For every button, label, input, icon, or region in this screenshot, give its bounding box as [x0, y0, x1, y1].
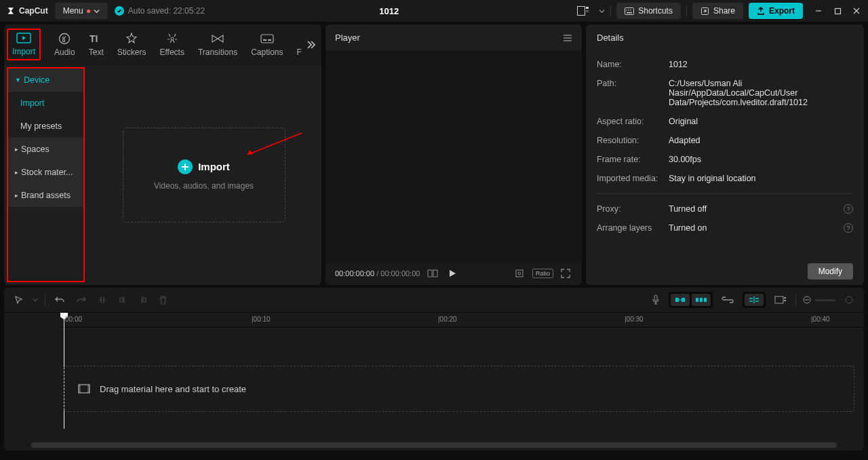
sidebar-item-spaces[interactable]: ▸Spaces: [8, 138, 83, 161]
svg-point-6: [628, 9, 629, 11]
detail-label: Resolution:: [597, 136, 669, 145]
sidebar-item-device[interactable]: ▼Device: [8, 69, 83, 92]
detail-label: Aspect ratio:: [597, 117, 669, 126]
timeline-zoom[interactable]: [803, 296, 835, 304]
chevron-down-icon[interactable]: [33, 297, 38, 303]
svg-rect-27: [704, 298, 707, 302]
effects-icon: [166, 32, 178, 45]
caret-right-icon: ▸: [15, 169, 18, 176]
tab-f[interactable]: F: [297, 31, 302, 58]
import-dropzone[interactable]: Import Videos, audios, and images: [123, 128, 285, 223]
svg-rect-35: [87, 385, 90, 393]
play-button[interactable]: [446, 267, 459, 280]
media-sidebar-highlight: ▼Device Import My presets ▸Spaces ▸Stock…: [7, 67, 85, 282]
info-icon[interactable]: ?: [844, 204, 853, 214]
split-tool[interactable]: [96, 293, 109, 307]
annotation-arrow: [237, 132, 305, 159]
keyboard-icon: [625, 7, 634, 15]
divider: [686, 5, 687, 17]
media-tabs: Import Audio TI Text Stickers Effects: [4, 24, 321, 64]
detail-label: Arrange layers: [597, 223, 669, 233]
player-viewport[interactable]: [326, 51, 582, 262]
svg-point-5: [626, 9, 627, 11]
menu-button[interactable]: Menu: [55, 3, 108, 19]
divider: [45, 294, 45, 306]
sidebar-item-presets[interactable]: My presets: [8, 115, 83, 138]
tab-label: Effects: [159, 47, 184, 57]
tab-import[interactable]: Import: [12, 30, 35, 58]
tab-text[interactable]: TI Text: [89, 31, 104, 58]
compare-icon[interactable]: [425, 267, 440, 280]
zoom-out-icon[interactable]: [803, 296, 811, 304]
record-audio-button[interactable]: [650, 292, 662, 307]
auto-snap-button[interactable]: [692, 294, 711, 306]
timeline-scrollbar[interactable]: [31, 442, 837, 448]
delete-tool[interactable]: [157, 293, 170, 307]
close-button[interactable]: [852, 7, 861, 15]
undo-button[interactable]: [52, 293, 67, 307]
chevron-down-icon[interactable]: [599, 8, 605, 14]
more-icon: [298, 32, 300, 45]
caret-down-icon: ▼: [15, 77, 21, 83]
app-logo: CapCut: [7, 6, 48, 16]
drop-hint-text: Drag material here and start to create: [100, 384, 246, 394]
share-button[interactable]: Share: [692, 3, 743, 19]
sidebar-item-label: Spaces: [21, 145, 50, 154]
details-title: Details: [586, 24, 864, 51]
svg-rect-3: [625, 7, 634, 14]
detail-value: C:/Users/Usman Ali Nasir/AppData/Local/C…: [669, 79, 853, 107]
sidebar-item-import[interactable]: Import: [8, 92, 83, 115]
tab-stickers[interactable]: Stickers: [117, 31, 146, 58]
ratio-selector[interactable]: Ratio: [532, 269, 553, 278]
minimize-button[interactable]: [814, 7, 823, 15]
player-menu-icon[interactable]: [563, 34, 572, 42]
main-track-magnet-button[interactable]: [671, 294, 690, 306]
shortcuts-label: Shortcuts: [638, 6, 673, 16]
scale-fit-icon[interactable]: [512, 266, 527, 281]
tab-effects[interactable]: Effects: [159, 31, 184, 58]
modify-button[interactable]: Modify: [808, 263, 853, 280]
svg-rect-1: [586, 7, 589, 9]
svg-rect-2: [586, 10, 589, 12]
tab-audio[interactable]: Audio: [54, 31, 75, 58]
import-tab-highlight: Import: [7, 28, 41, 60]
timecode: 00:00:00:00 / 00:00:00:00: [335, 269, 420, 277]
zoom-slider[interactable]: [815, 299, 835, 301]
maximize-button[interactable]: [833, 7, 842, 15]
timeline-dropzone[interactable]: Drag material here and start to create: [64, 366, 854, 412]
timeline-settings-icon[interactable]: [842, 293, 856, 307]
text-icon: TI: [90, 32, 103, 45]
capcut-logo-icon: [7, 6, 16, 16]
svg-rect-18: [428, 270, 432, 277]
tab-label: Audio: [54, 47, 75, 57]
timeline-tracks[interactable]: Drag material here and start to create: [4, 328, 864, 442]
timeline-ruler[interactable]: 00:00 |00:10 |00:20 |00:30 |00:40: [58, 313, 864, 328]
redo-button[interactable]: [74, 293, 89, 307]
svg-rect-16: [268, 39, 271, 41]
tab-transitions[interactable]: Transitions: [198, 31, 237, 58]
fullscreen-icon[interactable]: [559, 267, 572, 280]
import-icon: [16, 31, 31, 45]
detail-value: Adapted: [669, 136, 853, 145]
preview-axis-button[interactable]: [743, 292, 766, 308]
sidebar-item-stock[interactable]: ▸Stock mater...: [8, 161, 83, 184]
left-trim-tool[interactable]: [116, 293, 130, 307]
export-button[interactable]: Export: [749, 3, 803, 19]
svg-point-21: [518, 272, 521, 275]
info-icon[interactable]: ?: [844, 223, 853, 233]
tab-captions[interactable]: Captions: [251, 31, 283, 58]
layout-icon[interactable]: [573, 3, 593, 18]
stickers-icon: [125, 32, 138, 45]
right-trim-tool[interactable]: [136, 293, 150, 307]
snap-toggles: [669, 292, 713, 308]
linkage-button[interactable]: [719, 294, 736, 305]
cover-button[interactable]: [772, 294, 789, 306]
divider: [610, 5, 611, 17]
detail-row-framerate: Frame rate:30.00fps: [597, 150, 853, 169]
import-area: Import Videos, audios, and images: [86, 64, 321, 285]
shortcuts-button[interactable]: Shortcuts: [616, 3, 681, 19]
selection-tool[interactable]: [12, 293, 26, 307]
tabs-scroll-right[interactable]: [305, 39, 316, 50]
sidebar-item-brand[interactable]: ▸Brand assets: [8, 184, 83, 207]
detail-value: Stay in original location: [669, 174, 853, 183]
